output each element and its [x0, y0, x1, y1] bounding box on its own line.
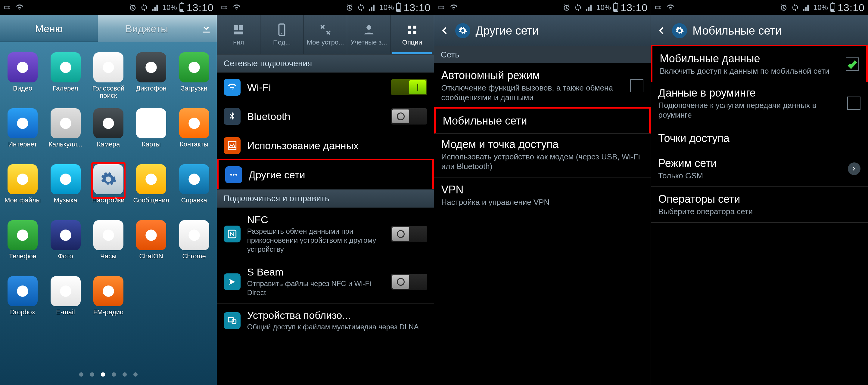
row-nfc[interactable]: NFCРазрешить обмен данными при прикоснов… — [217, 208, 434, 260]
wifi-toggle[interactable] — [391, 79, 427, 95]
app-диктофон[interactable]: Диктофон — [130, 53, 173, 108]
row-tethering[interactable]: Модем и точка доступаИспользовать устрой… — [434, 132, 651, 177]
sbeam-toggle[interactable] — [391, 274, 427, 290]
app-галерея[interactable]: Галерея — [44, 53, 87, 108]
tab-accounts[interactable]: Учетные з... — [347, 15, 391, 54]
app-загрузки[interactable]: Загрузки — [173, 53, 215, 108]
wifi-status-icon — [666, 3, 675, 12]
app-часы[interactable]: Часы — [87, 220, 130, 276]
app-настройки[interactable]: Настройки — [87, 164, 130, 220]
svg-point-9 — [146, 117, 157, 129]
app-фото[interactable]: Фото — [44, 220, 87, 276]
row-mobile-networks[interactable]: Мобильные сети — [434, 107, 651, 134]
app-icon — [93, 108, 123, 138]
app-карты[interactable]: Карты — [130, 108, 173, 164]
row-vpn[interactable]: VPNНастройка и управление VPN — [434, 177, 651, 213]
app-label: ChatON — [139, 253, 163, 260]
settings-tabs: ния Под... Мое устро... Учетные з... Опц… — [217, 15, 434, 54]
tab-device[interactable]: Под... — [260, 15, 304, 54]
app-музыка[interactable]: Музыка — [44, 164, 87, 220]
screen-other-networks: 10% 13:10 Другие сети Сеть Автономный ре… — [434, 0, 651, 385]
signal-icon — [802, 3, 811, 12]
app-icon — [136, 164, 166, 194]
sync-icon — [790, 3, 800, 12]
clock: 13:10 — [621, 2, 648, 13]
battery-percent: 10% — [162, 3, 177, 12]
screen-settings: 10% 13:10 ния Под... Мое устро... Учетны… — [217, 0, 434, 385]
download-button[interactable] — [196, 15, 217, 42]
bt-toggle[interactable] — [391, 108, 427, 125]
back-button[interactable] — [656, 25, 666, 36]
app-chrome[interactable]: Chrome — [173, 220, 215, 276]
app-e-mail[interactable]: E-mail — [44, 276, 87, 332]
battery-percent: 10% — [596, 3, 611, 12]
app-мои-файлы[interactable]: Мои файлы — [1, 164, 44, 220]
row-bluetooth[interactable]: Bluetooth — [217, 102, 434, 131]
tab-widgets[interactable]: Виджеты — [98, 15, 196, 42]
nfc-toggle[interactable] — [391, 226, 427, 242]
app-калькуля-[interactable]: Калькуля... — [44, 108, 87, 164]
header-other-networks: Другие сети — [434, 15, 651, 46]
signal-icon — [585, 3, 594, 12]
row-more-networks[interactable]: Другие сети — [217, 159, 434, 191]
mobile-data-checkbox[interactable] — [846, 58, 859, 71]
app-icon — [136, 108, 166, 138]
airplane-checkbox[interactable] — [630, 79, 643, 92]
app-fm-радио[interactable]: FM-радио — [87, 276, 130, 332]
wifi-status-icon — [449, 3, 458, 12]
app-label: Контакты — [180, 141, 208, 148]
svg-point-29 — [366, 25, 371, 30]
launcher-tabs: Меню Виджеты — [0, 15, 217, 42]
app-камера[interactable]: Камера — [87, 108, 130, 164]
svg-point-35 — [233, 174, 235, 176]
row-wifi[interactable]: Wi-Fi — [217, 73, 434, 102]
app-label: Диктофон — [136, 85, 166, 92]
svg-rect-30 — [408, 26, 411, 29]
app-телефон[interactable]: Телефон — [1, 220, 44, 276]
svg-point-28 — [281, 33, 283, 35]
row-airplane[interactable]: Автономный режимОтключение функций вызов… — [434, 63, 651, 109]
svg-point-22 — [103, 285, 114, 296]
app-label: Мои файлы — [4, 197, 41, 204]
app-chaton[interactable]: ChatON — [130, 220, 173, 276]
tab-controls[interactable]: Мое устро... — [304, 15, 347, 54]
svg-point-3 — [103, 62, 114, 73]
row-network-mode[interactable]: Режим сетиТолько GSM — [651, 151, 868, 187]
app-icon — [179, 164, 209, 194]
row-sbeam[interactable]: S BeamОтправить файлы через NFC и Wi-Fi … — [217, 260, 434, 304]
app-сообщения[interactable]: Сообщения — [130, 164, 173, 220]
status-bar: 10% 13:10 — [434, 0, 651, 15]
app-icon — [179, 53, 209, 82]
svg-point-36 — [235, 174, 237, 176]
app-icon — [51, 164, 81, 194]
app-видео[interactable]: Видео — [1, 53, 44, 108]
svg-point-2 — [60, 62, 71, 73]
app-icon — [93, 164, 123, 194]
app-интернет[interactable]: Интернет — [1, 108, 44, 164]
row-mobile-data[interactable]: Мобильные данныеВключить доступ к данным… — [651, 45, 868, 82]
svg-point-17 — [103, 230, 114, 241]
tab-menu[interactable]: Меню — [0, 15, 98, 42]
svg-point-13 — [146, 174, 157, 185]
app-справка[interactable]: Справка — [173, 164, 215, 220]
signal-icon — [368, 3, 377, 12]
row-operators[interactable]: Операторы сетиВыберите оператора сети — [651, 187, 868, 222]
svg-point-18 — [146, 230, 157, 241]
app-icon — [51, 108, 81, 138]
tab-more[interactable]: Опции — [391, 15, 434, 54]
back-button[interactable] — [439, 25, 450, 36]
svg-rect-25 — [239, 25, 243, 30]
row-data-usage[interactable]: Использование данных — [217, 131, 434, 160]
app-голосовой-поиск[interactable]: Голосовой поиск — [87, 53, 130, 108]
roaming-checkbox[interactable] — [847, 97, 861, 110]
settings-status-icon — [437, 3, 446, 12]
svg-point-15 — [17, 230, 28, 241]
settings-icon — [455, 23, 470, 38]
row-roaming[interactable]: Данные в роумингеПодключение к услугам п… — [651, 81, 868, 126]
row-apn[interactable]: Точки доступа — [651, 126, 868, 151]
app-dropbox[interactable]: Dropbox — [1, 276, 44, 332]
row-nearby[interactable]: Устройства поблизо...Общий доступ к файл… — [217, 304, 434, 338]
tab-connections[interactable]: ния — [217, 15, 260, 54]
app-контакты[interactable]: Контакты — [173, 108, 215, 164]
svg-point-5 — [188, 62, 199, 73]
